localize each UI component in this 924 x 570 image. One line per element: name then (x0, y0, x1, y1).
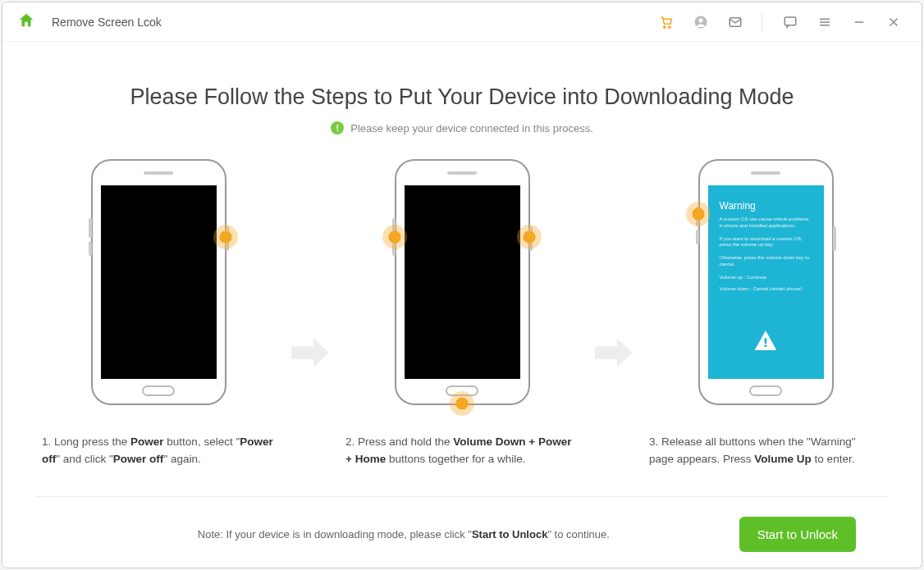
mail-icon[interactable] (722, 9, 748, 35)
feedback-icon[interactable] (777, 9, 803, 35)
warning-line3: Otherwise, press the volume down key to … (720, 255, 812, 268)
warning-title: Warning (720, 200, 812, 212)
step-1: 1. Long press the Power button, select "… (35, 159, 281, 468)
start-unlock-button[interactable]: Start to Unlock (739, 517, 856, 552)
info-icon: ! (331, 121, 344, 135)
user-icon[interactable] (688, 9, 714, 35)
arrow-icon (595, 338, 633, 371)
phone-illustration-3: Warning A custom OS can cause critical p… (688, 159, 844, 413)
step-2-text: 2. Press and hold the Volume Down + Powe… (339, 434, 585, 468)
svg-point-1 (669, 25, 670, 27)
warning-triangle-icon (752, 327, 779, 354)
step-2: 2. Press and hold the Volume Down + Powe… (339, 159, 585, 468)
sub-heading-row: ! Please keep your device connected in t… (35, 121, 889, 135)
highlight-power-2 (517, 225, 542, 249)
warning-line1: A custom OS can cause critical problems … (720, 217, 812, 230)
svg-point-0 (664, 25, 666, 27)
page-title: Remove Screen Lcok (52, 16, 162, 29)
arrow-icon (291, 338, 329, 371)
step-3: Warning A custom OS can cause critical p… (643, 159, 889, 468)
home-icon[interactable] (17, 11, 35, 33)
cart-icon[interactable] (653, 9, 679, 35)
highlight-vol-up (686, 202, 711, 226)
main-heading: Please Follow the Steps to Put Your Devi… (35, 84, 889, 110)
menu-icon[interactable] (812, 9, 838, 35)
warning-opt1: Volume up : Continue (720, 275, 812, 280)
footer: Note: If your device is in downloading m… (35, 497, 889, 552)
step-3-text: 3. Release all buttons when the "Warning… (643, 434, 889, 468)
phone-illustration-2 (384, 159, 540, 413)
phone-illustration-1 (80, 159, 236, 413)
highlight-vol-down (382, 225, 407, 249)
titlebar: Remove Screen Lcok (2, 2, 922, 42)
highlight-home (450, 391, 474, 416)
content-area: Please Follow the Steps to Put Your Devi… (2, 42, 922, 568)
step-1-text: 1. Long press the Power button, select "… (35, 434, 281, 468)
svg-point-3 (698, 18, 702, 22)
highlight-power (213, 225, 238, 249)
warning-line2: If you want to download a custom OS, pre… (720, 236, 812, 249)
app-window: Remove Screen Lcok Please Follow the Ste… (2, 2, 922, 568)
warning-opt2: Volume down : Cancel (restart phone) (720, 286, 812, 291)
titlebar-divider (762, 13, 762, 31)
sub-heading: Please keep your device connected in thi… (350, 122, 593, 135)
minimize-icon[interactable] (846, 9, 872, 35)
svg-rect-5 (784, 17, 796, 25)
close-icon[interactable] (881, 9, 907, 35)
footer-note: Note: If your device is in downloading m… (68, 528, 739, 540)
steps-row: 1. Long press the Power button, select "… (35, 159, 889, 468)
